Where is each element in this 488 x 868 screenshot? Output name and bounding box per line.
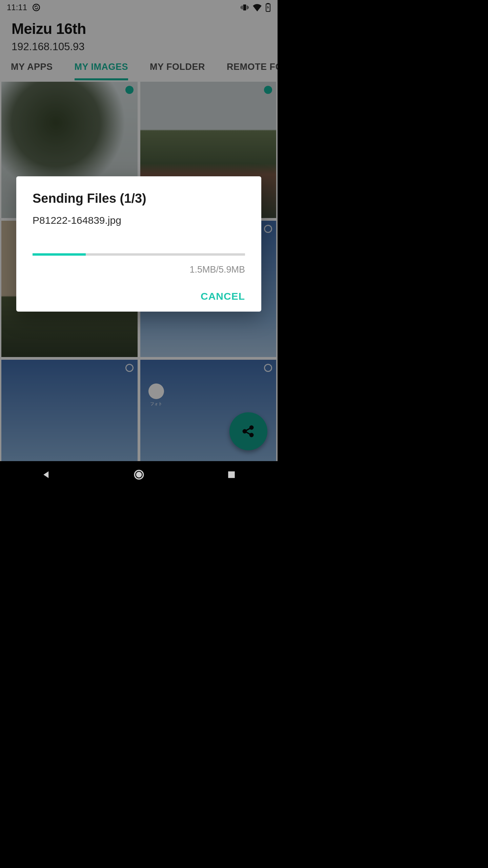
recents-button[interactable] bbox=[225, 468, 238, 481]
cancel-button[interactable]: CANCEL bbox=[201, 291, 245, 302]
svg-point-14 bbox=[136, 472, 142, 478]
dialog-size-text: 1.5MB/5.9MB bbox=[33, 264, 245, 275]
android-nav-bar bbox=[0, 461, 278, 488]
progress-fill bbox=[33, 253, 86, 256]
home-button[interactable] bbox=[132, 468, 146, 481]
sending-files-dialog: Sending Files (1/3) P81222-164839.jpg 1.… bbox=[16, 176, 261, 312]
back-button[interactable] bbox=[40, 468, 53, 481]
dialog-filename: P81222-164839.jpg bbox=[33, 215, 245, 226]
dialog-title: Sending Files (1/3) bbox=[33, 191, 245, 206]
svg-rect-15 bbox=[228, 471, 235, 478]
progress-bar bbox=[33, 253, 245, 256]
